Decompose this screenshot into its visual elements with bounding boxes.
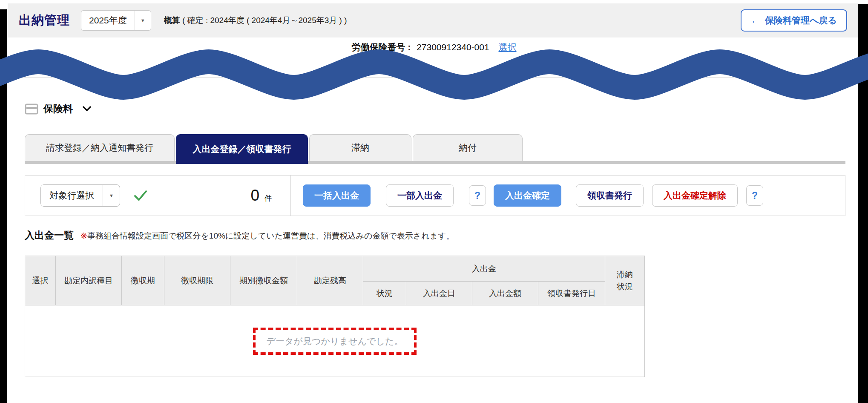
estimate-detail: ( 確定 : 2024年度 ( 2024年4月～2025年3月 ) ) [182, 16, 347, 25]
bulk-inout-button[interactable]: 一括入出金 [303, 184, 371, 207]
tab-billing-registration[interactable]: 請求登録／納入通知書発行 [25, 134, 175, 161]
tab-strip: 請求登録／納入通知書発行 入出金登録／領収書発行 滞納 納付 [25, 134, 845, 164]
action-toolbar: 対象行選択 ▼ 0 件 一括入出金 一部入出金 ? 入出金確定 領収書発行 入出… [25, 175, 845, 216]
estimate-label: 概算 [164, 16, 180, 25]
right-edge-bar [858, 4, 868, 403]
help-icon[interactable]: ? [746, 185, 763, 206]
insurance-number-label: 労働保険番号 : [351, 42, 411, 52]
selected-count-unit: 件 [264, 193, 272, 203]
partial-inout-button[interactable]: 一部入出金 [386, 184, 454, 207]
estimate-subtitle: 概算 ( 確定 : 2024年度 ( 2024年4月～2025年3月 ) ) [164, 15, 347, 26]
col-collect-period: 徴収期 [122, 256, 164, 305]
section-divider-line [8, 77, 858, 78]
col-balance: 勘定残高 [297, 256, 363, 305]
card-icon [25, 104, 38, 115]
selected-count-value: 0 [250, 187, 259, 204]
col-inout-amount: 入出金額 [472, 282, 538, 305]
list-note: ※事務組合情報設定画面で税区分を10%に設定していた運営費は、消費税込みの金額で… [80, 230, 454, 242]
chevron-down-icon[interactable] [82, 106, 92, 112]
premium-section-header[interactable]: 保険料 [25, 102, 845, 115]
dropdown-arrow-icon[interactable]: ▼ [135, 11, 151, 30]
dropdown-arrow-icon[interactable]: ▼ [103, 185, 120, 206]
page-title: 出納管理 [19, 12, 70, 29]
col-period-amount: 期別徴収金額 [230, 256, 297, 305]
help-icon[interactable]: ? [469, 185, 486, 206]
left-edge-bar [0, 9, 7, 403]
tab-inout-registration[interactable]: 入出金登録／領収書発行 [176, 134, 308, 164]
cancel-confirm-button[interactable]: 入出金確定解除 [652, 184, 738, 207]
fiscal-year-select[interactable]: 2025年度 ▼ [81, 10, 151, 31]
target-row-select-label: 対象行選択 [41, 185, 103, 206]
tab-arrears[interactable]: 滞納 [309, 134, 411, 161]
back-to-premium-management-button[interactable]: ← 保険料管理へ戻る [741, 9, 847, 32]
col-receipt-date: 領収書発行日 [538, 282, 605, 305]
col-account-item: 勘定内訳種目 [56, 256, 122, 305]
col-collect-deadline: 徴収期限 [164, 256, 230, 305]
col-inout-date: 入出金日 [406, 282, 472, 305]
empty-row: データが見つかりませんでした。 [25, 305, 645, 377]
target-row-select[interactable]: 対象行選択 ▼ [40, 184, 120, 207]
col-arrears-status: 滞納状況 [605, 256, 645, 305]
main-content: 保険料 請求登録／納入通知書発行 入出金登録／領収書発行 滞納 納付 対象行選択… [25, 102, 845, 377]
check-icon [133, 189, 148, 202]
col-status: 状況 [363, 282, 406, 305]
col-group-inout: 入出金 [363, 256, 605, 282]
fiscal-year-value: 2025年度 [81, 11, 135, 30]
top-header-bar: 出納管理 2025年度 ▼ 概算 ( 確定 : 2024年度 ( 2024年4月… [8, 3, 858, 37]
note-asterisk: ※ [80, 231, 87, 240]
insurance-number-row: 労働保険番号 : 27300912340-001 選択 [0, 41, 868, 53]
insurance-number-select-link[interactable]: 選択 [499, 42, 517, 52]
issue-receipt-button[interactable]: 領収書発行 [576, 184, 644, 207]
inout-table: 選択 勘定内訳種目 徴収期 徴収期限 期別徴収金額 勘定残高 入出金 滞納状況 … [25, 256, 645, 377]
selected-count: 0 件 [212, 187, 272, 204]
col-select: 選択 [25, 256, 56, 305]
list-header: 入出金一覧 ※事務組合情報設定画面で税区分を10%に設定していた運営費は、消費税… [25, 229, 845, 242]
no-data-message: データが見つかりませんでした。 [253, 328, 417, 355]
back-arrow-icon: ← [751, 15, 760, 26]
premium-section-title: 保険料 [43, 102, 73, 115]
tab-payment[interactable]: 納付 [413, 134, 523, 161]
toolbar-divider [290, 176, 291, 216]
note-text: 事務組合情報設定画面で税区分を10%に設定していた運営費は、消費税込みの金額で表… [87, 231, 454, 240]
back-button-label: 保険料管理へ戻る [765, 14, 837, 26]
confirm-inout-button[interactable]: 入出金確定 [494, 184, 561, 207]
insurance-number-value: 27300912340-001 [417, 42, 489, 52]
list-title: 入出金一覧 [25, 229, 74, 242]
